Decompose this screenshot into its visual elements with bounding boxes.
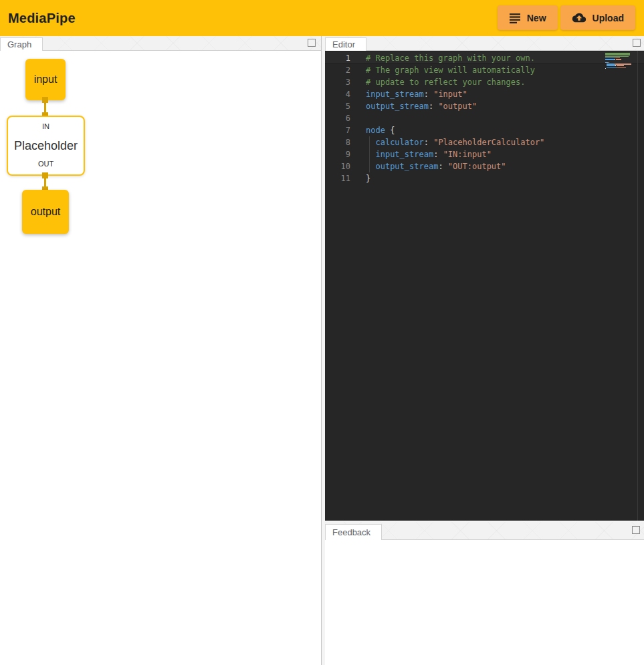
line-number: 2 [325,64,350,76]
graph-node-input-label: input [34,74,58,86]
graph-node-output[interactable]: output [22,190,69,234]
placeholder-out-port-label: OUT [8,160,84,168]
upload-button-label: Upload [593,13,624,23]
tab-graph-label: Graph [7,39,31,49]
code-text: output_stream: "output" [366,100,477,112]
line-number: 3 [325,76,350,88]
feedback-content [325,540,644,665]
code-text: input_stream: "IN:input" [366,148,492,160]
line-number: 1 [325,52,350,64]
cloud-upload-icon [572,12,586,23]
graph-node-placeholder[interactable]: IN Placeholder OUT [7,116,85,176]
tab-editor[interactable]: Editor [325,37,366,51]
graph-panel-strip: Graph [0,36,321,51]
tab-feedback[interactable]: Feedback [325,524,382,540]
code-line[interactable]: 6 [325,112,644,124]
editor-panel-strip: Editor [325,36,644,51]
line-number: 7 [325,124,350,136]
graph-node-input[interactable]: input [25,59,66,100]
line-number: 10 [325,160,350,172]
code-text: input_stream: "input" [366,88,467,100]
tab-graph[interactable]: Graph [0,37,43,51]
minimap[interactable] [605,53,635,70]
feedback-panel-strip: Feedback [325,522,644,540]
indent-guide [369,160,370,172]
line-number: 4 [325,88,350,100]
tab-editor-label: Editor [332,39,355,49]
code-line[interactable]: 8 calculator: "PlaceholderCalculator" [325,136,644,148]
code-line[interactable]: 7node { [325,124,644,136]
code-editor[interactable]: 1# Replace this graph with your own.2# T… [325,51,644,521]
upload-button[interactable]: Upload [560,5,635,30]
code-text: node { [366,124,395,136]
code-area[interactable]: 1# Replace this graph with your own.2# T… [325,52,644,184]
new-button-label: New [527,13,546,23]
graph-node-output-label: output [31,206,60,218]
line-number: 11 [325,172,350,184]
code-text: output_stream: "OUT:output" [366,160,506,172]
app-header: MediaPipe New Upload [0,0,644,36]
code-line[interactable]: 2# The graph view will automatically [325,64,644,76]
code-line[interactable]: 1# Replace this graph with your own. [325,52,644,64]
port-placeholder-out [42,172,48,178]
code-text: # The graph view will automatically [366,64,535,76]
tab-feedback-label: Feedback [332,527,370,537]
code-line[interactable]: 9 input_stream: "IN:input" [325,148,644,160]
code-line[interactable]: 4input_stream: "input" [325,88,644,100]
app-title: MediaPipe [8,0,76,36]
new-button[interactable]: New [498,5,558,30]
code-text: } [366,172,370,184]
line-number: 6 [325,112,350,124]
code-line[interactable]: 3# update to reflect your changes. [325,76,644,88]
expand-panel-icon[interactable] [632,526,640,534]
line-number: 9 [325,148,350,160]
expand-panel-icon[interactable] [633,39,641,47]
indent-guide [369,148,370,160]
code-line[interactable]: 11} [325,172,644,184]
graph-node-placeholder-label: Placeholder [14,139,78,153]
graph-panel: Graph input IN Placeholder OUT output [0,36,322,665]
code-line[interactable]: 5output_stream: "output" [325,100,644,112]
code-text: calculator: "PlaceholderCalculator" [366,136,544,148]
feedback-panel: Feedback [325,522,644,665]
line-number: 5 [325,100,350,112]
editor-panel: Editor 1# Replace this graph with your o… [325,36,644,521]
code-line[interactable]: 10 output_stream: "OUT:output" [325,160,644,172]
graph-canvas[interactable]: input IN Placeholder OUT output [0,51,321,665]
port-input-out [42,97,48,103]
overview-ruler [637,51,638,521]
header-buttons: New Upload [498,5,635,30]
indent-guide [369,136,370,148]
list-icon [509,12,521,24]
code-text: # update to reflect your changes. [366,76,525,88]
expand-panel-icon[interactable] [308,39,316,47]
code-text: # Replace this graph with your own. [366,52,535,64]
placeholder-in-port-label: IN [8,122,84,130]
line-number: 8 [325,136,350,148]
